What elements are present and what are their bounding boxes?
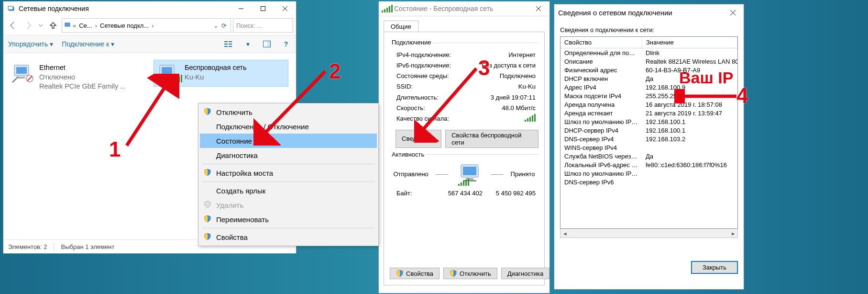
- shield-icon: [204, 108, 212, 116]
- label: Качество сигнала:: [396, 114, 449, 124]
- close-button[interactable]: [527, 1, 549, 16]
- chevron-right-icon[interactable]: ›: [152, 22, 154, 29]
- ctx-delete[interactable]: Удалить: [200, 198, 377, 212]
- ctx-shortcut[interactable]: Создать ярлык: [200, 183, 377, 198]
- toolbar: Упорядочить ▾ Подключение к ▾ ▾ ?: [3, 35, 296, 53]
- property-cell: Локальный IPv6-адрес ка...: [560, 160, 642, 169]
- address-bar[interactable]: « Се... › Сетевые подкл... › ⌄ ⟳: [62, 18, 231, 33]
- recent-dropdown[interactable]: [37, 19, 44, 32]
- details-button[interactable]: Сведения...: [396, 130, 441, 148]
- ctx-connect[interactable]: Подключение / Отключение: [200, 119, 377, 134]
- close-button[interactable]: [274, 1, 296, 16]
- adapter-name: Ethernet: [39, 63, 126, 73]
- value: Подключено: [500, 71, 536, 81]
- table-row[interactable]: DNS-сервер IPv6: [560, 178, 737, 186]
- view-options-icon[interactable]: [223, 39, 234, 49]
- forward-button[interactable]: [22, 19, 35, 32]
- ctx-bridge[interactable]: Настройка моста: [200, 166, 377, 180]
- control-panel-icon: [64, 21, 72, 30]
- table-row[interactable]: Служба NetBIOS через T...Да: [560, 152, 737, 160]
- breadcrumb[interactable]: Сетевые подкл...: [98, 22, 151, 29]
- ctx-diagnose[interactable]: Диагностика: [200, 148, 377, 162]
- help-icon[interactable]: ?: [281, 39, 291, 49]
- table-row[interactable]: Определенный для подк...Dlink: [560, 48, 737, 57]
- property-cell: Адрес IPv4: [560, 83, 642, 91]
- ctx-properties[interactable]: Свойства: [200, 230, 377, 244]
- table-row[interactable]: WINS-сервер IPv4: [560, 143, 737, 152]
- menu-separator: [202, 228, 375, 228]
- table-row[interactable]: Локальный IPv6-адрес ка...fe80::c1ed:636…: [560, 160, 737, 169]
- property-cell: Служба NetBIOS через T...: [560, 152, 642, 160]
- group-activity: Активность: [390, 151, 538, 158]
- preview-pane-icon[interactable]: [262, 39, 272, 49]
- value-cell: 16 августа 2019 г. 18:57:08: [642, 100, 737, 109]
- close-button[interactable]: Закрыть: [691, 261, 738, 274]
- titlebar[interactable]: Состояние - Беспроводная сеть: [379, 1, 549, 16]
- wifi-status-window: Состояние - Беспроводная сеть Общие Подк…: [378, 1, 550, 294]
- value-cell: 60-14-B3-A9-B7-A9: [642, 66, 737, 74]
- chevron-down-icon[interactable]: ▾: [242, 39, 253, 49]
- titlebar[interactable]: Сведения о сетевом подключении: [554, 4, 744, 21]
- col-value[interactable]: Значение: [642, 37, 737, 48]
- minimize-button[interactable]: [230, 1, 252, 16]
- group-connection: Подключение: [390, 39, 538, 46]
- label: Состояние среды:: [396, 71, 449, 81]
- table-row[interactable]: Аренда истекает21 августа 2019 г. 13:59:…: [560, 109, 737, 117]
- property-cell: DNS-сервер IPv4: [560, 135, 642, 143]
- properties-button[interactable]: Свойства: [390, 268, 439, 279]
- address-dropdown[interactable]: ⌄: [213, 22, 219, 29]
- adapter-ssid: Ku-Ku: [185, 73, 247, 82]
- context-menu: Отключить Подключение / Отключение Состо…: [198, 103, 379, 246]
- table-row[interactable]: Аренда получена16 августа 2019 г. 18:57:…: [560, 100, 737, 109]
- shield-icon: [204, 201, 212, 209]
- grid-header[interactable]: Свойство Значение: [560, 37, 737, 48]
- refresh-icon[interactable]: ⟳: [220, 22, 229, 29]
- table-row[interactable]: Шлюз по умолчанию IPv4192.168.100.1: [560, 117, 737, 126]
- diagnose-button[interactable]: Диагностика: [501, 268, 549, 279]
- chevron-down-icon: ▾: [111, 40, 114, 48]
- adapter-wireless[interactable]: Беспроводная сеть Ku-Ku: [154, 60, 288, 87]
- table-row[interactable]: Адрес IPv4192.168.100.9: [560, 83, 737, 91]
- table-row[interactable]: ОписаниеRealtek 8821AE Wireless LAN 802.…: [560, 57, 737, 66]
- table-row[interactable]: DNS-сервер IPv4192.168.103.2: [560, 135, 737, 143]
- search-input[interactable]: Поиск: ...: [233, 18, 293, 33]
- adapter-status: Отключено: [39, 73, 126, 82]
- ctx-rename[interactable]: Переименовать: [200, 212, 377, 226]
- details-grid[interactable]: Свойство Значение Определенный для подк.…: [560, 36, 738, 229]
- back-button[interactable]: [6, 19, 20, 32]
- up-button[interactable]: [46, 19, 60, 32]
- disable-button[interactable]: Отключить: [443, 268, 497, 279]
- tab-general[interactable]: Общие: [384, 21, 418, 32]
- ctx-status[interactable]: Состояние: [200, 134, 377, 148]
- value-cell: 192.168.103.2: [642, 135, 737, 143]
- wireless-properties-button[interactable]: Свойства беспроводной сети: [445, 130, 538, 148]
- maximize-button[interactable]: [252, 1, 274, 16]
- annotation-2: 2: [329, 61, 341, 82]
- breadcrumb[interactable]: Се...: [77, 22, 94, 29]
- value-cell: [642, 143, 737, 152]
- table-row[interactable]: DHCP включенДа: [560, 74, 737, 83]
- ctx-disable[interactable]: Отключить: [200, 105, 377, 119]
- menu-separator: [202, 164, 375, 164]
- window-title: Состояние - Беспроводная сеть: [394, 5, 527, 12]
- organize-button[interactable]: Упорядочить ▾: [8, 40, 53, 48]
- scroll-right-icon[interactable]: ▸: [729, 230, 737, 237]
- close-button[interactable]: [722, 5, 744, 20]
- activity-diagram: Отправлено —— —— Принято: [390, 163, 538, 186]
- horizontal-scrollbar[interactable]: ◂▸: [560, 229, 738, 238]
- table-row[interactable]: Физический адрес60-14-B3-A9-B7-A9: [560, 66, 737, 74]
- titlebar[interactable]: Сетевые подключения: [3, 1, 296, 16]
- table-row[interactable]: DHCP-сервер IPv4192.168.100.1: [560, 126, 737, 135]
- col-property[interactable]: Свойство: [560, 37, 642, 48]
- sent-label: Отправлено: [393, 170, 428, 178]
- table-row[interactable]: Шлюз по умолчанию IPv6: [560, 169, 737, 178]
- chevron-right-icon[interactable]: ›: [95, 22, 97, 29]
- property-cell: DNS-сервер IPv6: [560, 178, 642, 186]
- svg-rect-8: [224, 44, 228, 45]
- bytes-recv: 5 450 982 495: [496, 190, 536, 197]
- table-row[interactable]: Маска подсети IPv4255.255.255.0: [560, 91, 737, 100]
- scroll-left-icon[interactable]: ◂: [560, 230, 569, 237]
- connect-to-button[interactable]: Подключение к ▾: [62, 40, 114, 48]
- bytes-sent: 567 434 402: [425, 190, 483, 197]
- adapter-ethernet[interactable]: Ethernet Отключено Realtek PCIe GbE Fami…: [8, 60, 149, 95]
